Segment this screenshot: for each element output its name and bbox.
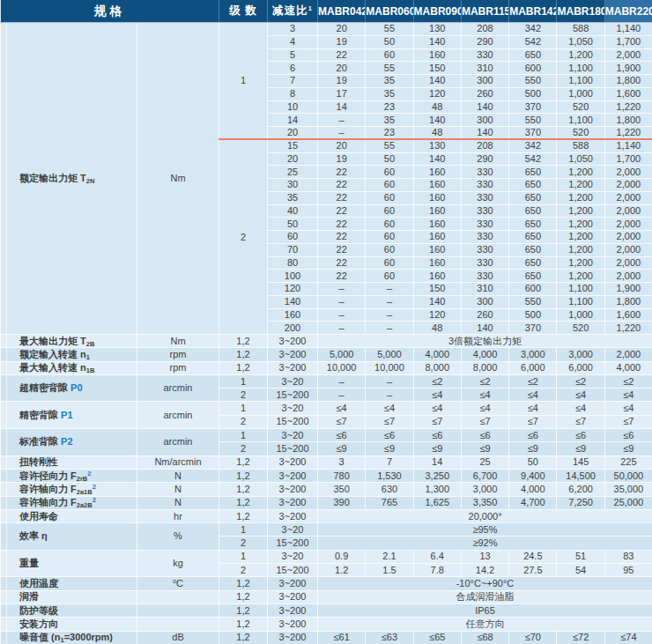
value-cell: 330	[461, 218, 508, 231]
value-cell: 3,000	[509, 348, 557, 361]
stage-cell: 1,2	[219, 618, 268, 631]
ratio-cell: 3~200	[268, 631, 318, 644]
value-cell: 35	[366, 87, 413, 100]
value-cell: 160	[413, 256, 461, 270]
value-cell: 650	[509, 256, 557, 270]
value-cell: 1,300	[413, 483, 461, 496]
stage-cell: 1,2	[219, 496, 268, 509]
spec-table: 规格级 数减速比1MABR042MABR060MABR090MABR115MAB…	[0, 0, 652, 644]
value-cell: 650	[509, 218, 557, 231]
value-cell: 260	[461, 87, 508, 100]
value-cell: 520	[557, 127, 604, 140]
value-cell: 6,200	[557, 483, 604, 496]
ratio-cell: 3~20	[268, 402, 318, 415]
value-cell: 60	[366, 256, 413, 270]
value-cell: 650	[509, 166, 557, 179]
value-cell: 10,000	[318, 361, 366, 374]
value-cell: 7,250	[557, 496, 604, 509]
value-cell: 48	[413, 127, 461, 140]
value-cell: ≤61	[318, 631, 366, 644]
value-cell: 55	[366, 139, 413, 152]
unit-cell: arcmin	[137, 402, 219, 429]
value-cell: 650	[509, 48, 557, 62]
spec-label: 重量	[1, 550, 137, 577]
stage-cell: 2	[219, 389, 268, 402]
unit-cell: arcmin	[137, 429, 219, 456]
value-cell: ≤6	[366, 429, 413, 442]
value-cell: –	[318, 322, 366, 335]
spec-label: 超精密背隙 P0	[1, 374, 137, 402]
value-cell: 150	[413, 283, 461, 296]
value-cell: 650	[509, 191, 557, 204]
ratio-cell: 120	[268, 283, 318, 296]
value-cell: –	[318, 114, 366, 127]
value-cell: 1,600	[604, 87, 652, 100]
value-cell: –	[318, 283, 366, 296]
ratio-cell: 15~200	[268, 415, 318, 428]
value-cell: 330	[461, 179, 508, 192]
value-cell: 22	[318, 231, 366, 244]
value-cell: 130	[413, 23, 461, 36]
stage-cell: 1,2	[219, 603, 268, 617]
table-row: 额定输入转速 n1rpm1,23~2005,0005,0004,0004,000…	[1, 348, 652, 361]
value-cell: 1,200	[557, 256, 604, 270]
spec-label: 额定输出力矩 T2N	[1, 23, 137, 335]
value-span-cell: 3倍额定输出力矩	[318, 335, 652, 348]
value-cell: 140	[461, 322, 508, 335]
table-row: 精密背隙 P1arcmin13~20≤4≤4≤4≤4≤4≤4≤4	[1, 402, 652, 415]
value-cell: 22	[318, 191, 366, 204]
value-cell: 330	[461, 231, 508, 244]
value-cell: 20	[318, 62, 366, 75]
value-cell: 17	[318, 87, 366, 100]
value-cell: 55	[366, 23, 413, 36]
value-cell: 3,250	[413, 469, 461, 482]
table-row: 效率 η%13~20≥95%	[1, 523, 652, 537]
value-cell: 6.4	[413, 550, 461, 563]
value-cell: 290	[461, 152, 508, 166]
value-cell: 520	[557, 100, 604, 114]
stage-cell: 2	[219, 139, 268, 334]
value-cell: 542	[509, 152, 557, 166]
value-cell: ≤74	[604, 631, 652, 644]
value-cell: ≤4	[366, 402, 413, 415]
value-cell: 95	[604, 564, 652, 577]
ratio-cell: 3~200	[268, 603, 318, 617]
value-cell: 60	[366, 166, 413, 179]
value-cell: –	[366, 374, 413, 388]
value-cell: ≤4	[461, 402, 508, 415]
ratio-cell: 4	[268, 35, 318, 48]
value-cell: 25	[461, 455, 508, 469]
value-cell: 330	[461, 256, 508, 270]
spec-label: 扭转刚性	[1, 455, 137, 469]
value-cell: 14	[413, 455, 461, 469]
value-cell: 22	[318, 204, 366, 218]
value-cell: 160	[413, 218, 461, 231]
ratio-cell: 8	[268, 87, 318, 100]
value-cell: 2,000	[604, 231, 652, 244]
value-cell: 1,050	[557, 152, 604, 166]
value-cell: 51	[557, 550, 604, 563]
value-cell: –	[318, 374, 366, 388]
value-cell: ≤2	[509, 374, 557, 388]
value-cell: 600	[509, 283, 557, 296]
value-cell: 8,000	[413, 361, 461, 374]
value-cell: 1,200	[557, 191, 604, 204]
stage-cell: 1,2	[219, 361, 268, 374]
ratio-cell: 50	[268, 218, 318, 231]
value-cell: 48	[413, 322, 461, 335]
table-row: 防护等级1,23~200IP65	[1, 603, 652, 617]
value-cell: 35,000	[604, 483, 652, 496]
value-cell: 3,000	[557, 348, 604, 361]
unit-cell: Nm	[137, 335, 219, 348]
ratio-cell: 15~200	[268, 564, 318, 577]
value-cell: 1,200	[557, 270, 604, 283]
value-cell: 22	[318, 243, 366, 256]
spec-label: 标准背隙 P2	[1, 429, 137, 456]
value-cell: ≤7	[557, 415, 604, 428]
ratio-cell: 6	[268, 62, 318, 75]
unit-cell: kg	[137, 550, 219, 577]
table-row: 扭转刚性Nm/arcmin1,23~20037142550145225	[1, 455, 652, 469]
ratio-cell: 40	[268, 204, 318, 218]
value-cell: ≤6	[461, 429, 508, 442]
value-cell: 2.1	[366, 550, 413, 563]
